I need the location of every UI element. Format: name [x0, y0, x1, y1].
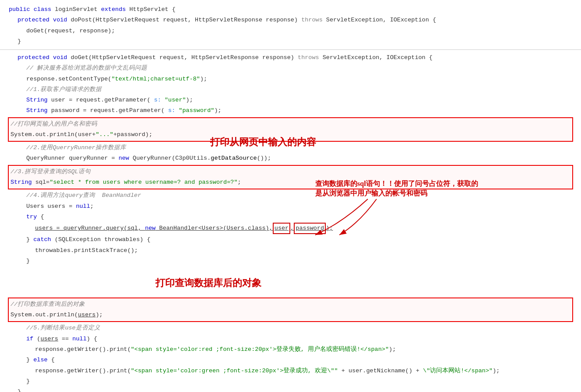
code-line: //4.调用方法query查询 BeanHandler: [0, 190, 581, 201]
code-line: String password = request.getParameter( …: [0, 105, 581, 116]
code-line: //2.使用QuerryRunner操作数据库: [0, 143, 581, 153]
code-line: response.getWriter().print("<span style=…: [0, 366, 581, 376]
code-line: public class loginServlet extends HttpSe…: [0, 4, 581, 15]
code-line: QueryRunner queryRunner = new QueryRunne…: [0, 153, 581, 164]
code-line: response.setContentType("text/html;chars…: [0, 74, 581, 84]
code-line: System.out.println(users);: [11, 310, 570, 320]
code-line: } else {: [0, 355, 581, 365]
code-line: if (users == null) {: [0, 334, 581, 344]
highlighted-sql-block: //3.拼写登录查询的SQL语句 String sql="select * fr…: [8, 165, 573, 190]
code-line: throwables.printStackTrace();: [0, 245, 581, 256]
code-line: String user = request.getParameter( s: "…: [0, 95, 581, 105]
code-line: //3.拼写登录查询的SQL语句: [11, 167, 570, 177]
code-line: //打印数据库查询后的对象: [11, 299, 570, 310]
code-line: protected void doPost(HttpServletRequest…: [0, 15, 581, 25]
code-line: //5.判断结果use是否定义: [0, 323, 581, 333]
code-line: [0, 266, 581, 297]
code-line: response.getWriter().print("<span style=…: [0, 344, 581, 355]
code-container: public class loginServlet extends HttpSe…: [0, 0, 581, 392]
highlighted-print-block: //打印网页输入的用户名和密码 System.out.println(user+…: [8, 117, 573, 142]
code-line: }: [0, 36, 581, 47]
code-line: }: [0, 256, 581, 266]
code-line: }: [0, 387, 581, 392]
code-line: try {: [0, 212, 581, 222]
code-line: //1.获取客户端请求的数据: [0, 84, 581, 95]
code-line: doGet(request, response);: [0, 26, 581, 36]
code-line: //打印网页输入的用户名和密码: [11, 119, 570, 130]
highlighted-print-users-block: //打印数据库查询后的对象 System.out.println(users);: [8, 298, 573, 322]
code-line: }: [0, 376, 581, 387]
code-line: Users users = null;: [0, 201, 581, 212]
code-line: String sql="select * from users where us…: [11, 177, 570, 188]
code-line: // 解决服务器给浏览器的数据中文乱码问题: [0, 63, 581, 74]
code-line: } catch (SQLException throwables) {: [0, 234, 581, 245]
code-line: users = queryRunner.query(sql, new BeanH…: [0, 222, 581, 234]
code-line: protected void doGet(HttpServletRequest …: [0, 52, 581, 63]
code-line: System.out.println(user+"..."+password);: [11, 130, 570, 140]
